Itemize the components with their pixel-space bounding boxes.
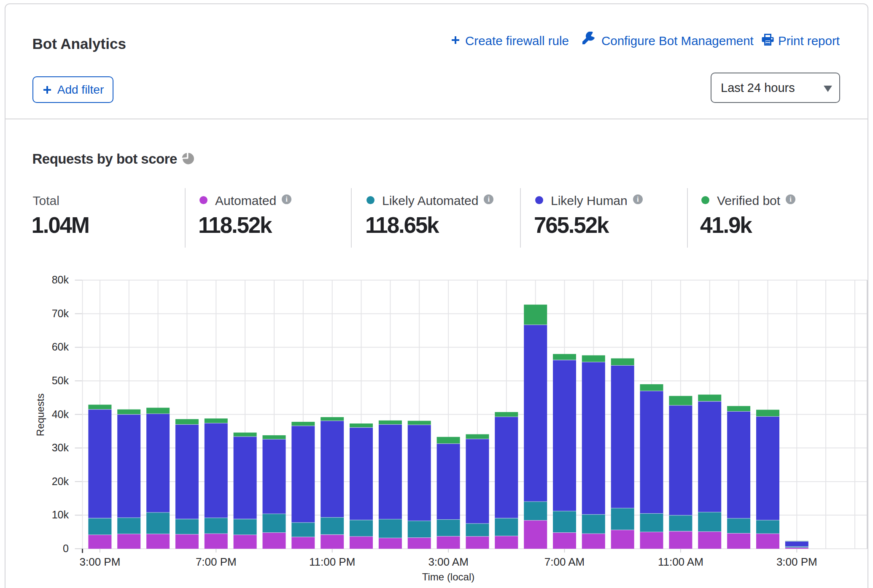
svg-text:80k: 80k xyxy=(52,274,69,286)
svg-text:20k: 20k xyxy=(52,475,69,487)
svg-text:10k: 10k xyxy=(52,509,69,521)
svg-text:3:00 PM: 3:00 PM xyxy=(776,556,817,568)
svg-text:60k: 60k xyxy=(52,341,69,353)
svg-text:7:00 PM: 7:00 PM xyxy=(196,556,237,568)
svg-text:Requests: Requests xyxy=(35,394,46,436)
svg-text:0: 0 xyxy=(63,542,69,554)
svg-text:40k: 40k xyxy=(52,408,69,420)
svg-text:Time (local): Time (local) xyxy=(422,571,474,583)
svg-text:11:00 PM: 11:00 PM xyxy=(309,556,355,568)
svg-text:7:00 AM: 7:00 AM xyxy=(544,556,585,568)
svg-text:30k: 30k xyxy=(52,442,69,453)
svg-text:70k: 70k xyxy=(52,307,69,319)
svg-text:11:00 AM: 11:00 AM xyxy=(658,556,703,568)
svg-text:3:00 AM: 3:00 AM xyxy=(428,556,468,568)
svg-text:50k: 50k xyxy=(52,375,69,386)
svg-text:3:00 PM: 3:00 PM xyxy=(79,556,120,568)
